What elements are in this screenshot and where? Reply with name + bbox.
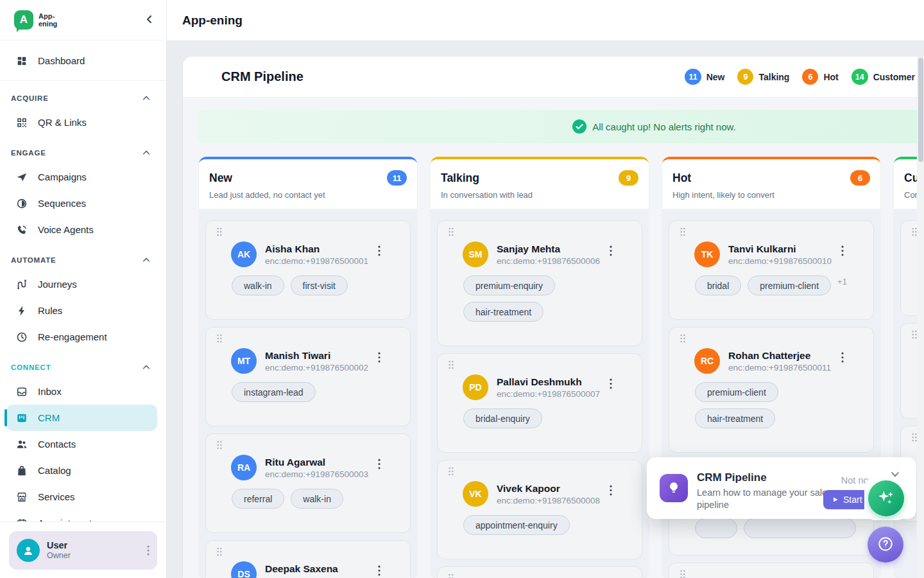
- tag-list: premium-clienthair-treatment: [695, 382, 864, 428]
- column-header: Talking9In conversation with lead: [431, 159, 649, 209]
- lead-card[interactable]: SMSanjay Mehtaenc:demo:+919876500006prem…: [437, 220, 642, 346]
- lead-identity: Aisha Khanenc:demo:+919876500001: [265, 243, 368, 266]
- lead-name: Sanjay Mehta: [497, 243, 600, 255]
- avatar: RC: [694, 348, 720, 374]
- user-menu-kebab-icon[interactable]: [144, 543, 152, 558]
- drag-handle-icon[interactable]: [448, 227, 454, 236]
- sidebar-item-label: Dashboard: [38, 55, 85, 66]
- avatar: AK: [231, 241, 257, 267]
- scrollbar-thumb[interactable]: [918, 58, 923, 162]
- kebab-menu-icon[interactable]: [377, 457, 382, 471]
- sidebar-item-appointments[interactable]: Appointments: [0, 510, 166, 521]
- sidebar-item-sequences[interactable]: Sequences: [0, 190, 166, 216]
- lead-card-main: PDPallavi Deshmukhenc:demo:+919876500007: [447, 374, 633, 400]
- sidebar-section-acquire[interactable]: ACQUIRE: [0, 87, 166, 109]
- tag-pill: premium-client: [748, 276, 831, 295]
- column-body: TKTanvi Kulkarnienc:demo:+919876500010br…: [662, 209, 880, 578]
- ai-assistant-fab[interactable]: [868, 480, 904, 516]
- drag-handle-icon[interactable]: [448, 467, 454, 476]
- lead-identity: Manish Tiwarienc:demo:+919876500002: [265, 350, 368, 372]
- tag-pill: premium-enquiry: [463, 276, 555, 295]
- lead-card-main: RCRohan Chatterjeeenc:demo:+919876500011: [678, 348, 864, 374]
- sidebar-item-inbox[interactable]: Inbox: [0, 378, 166, 405]
- kebab-menu-icon[interactable]: [377, 351, 382, 364]
- tag-list: appointment-enquiry: [463, 515, 633, 535]
- lead-card[interactable]: PDPallavi Deshmukhenc:demo:+919876500007…: [437, 353, 642, 453]
- lead-card[interactable]: TKTanvi Kulkarnienc:demo:+919876500010br…: [669, 220, 874, 320]
- avatar: RA: [231, 455, 257, 480]
- kebab-menu-icon[interactable]: [840, 244, 845, 258]
- lead-card[interactable]: NSNandini Shetty: [437, 566, 642, 578]
- lead-card[interactable]: DSDeepak Saxenaenc:demo:+919876500004: [205, 540, 411, 578]
- lightning-icon: [15, 304, 28, 317]
- user-info: User Owner: [47, 540, 71, 560]
- sidebar-section-connect[interactable]: CONNECT: [0, 356, 166, 378]
- drag-handle-icon[interactable]: [216, 547, 223, 556]
- lead-card[interactable]: RARitu Agarwalenc:demo:+919876500003refe…: [205, 434, 411, 533]
- clock-icon: [15, 331, 28, 344]
- sidebar-item-dashboard[interactable]: Dashboard: [0, 48, 166, 74]
- sidebar-item-rules[interactable]: Rules: [0, 297, 166, 324]
- avatar: DS: [231, 561, 257, 578]
- chevron-up-icon: [142, 256, 151, 265]
- kebab-menu-icon[interactable]: [608, 244, 613, 258]
- drag-handle-icon[interactable]: [680, 570, 686, 578]
- lead-card[interactable]: VKVivek Kapoorenc:demo:+919876500008appo…: [437, 460, 642, 559]
- drag-handle-icon[interactable]: [680, 227, 686, 236]
- stage-count: 11: [685, 69, 701, 85]
- sidebar-section-engage[interactable]: ENGAGE: [0, 142, 166, 164]
- drag-handle-icon[interactable]: [216, 441, 223, 450]
- sidebar-logo-row: A App- ening: [0, 0, 166, 40]
- tag-pill: bridal-enquiry: [463, 408, 542, 428]
- sidebar-item-journeys[interactable]: Journeys: [0, 271, 166, 297]
- stage-count: 14: [851, 69, 868, 85]
- tag-list: bridal-enquiry: [463, 408, 633, 428]
- drag-handle-icon[interactable]: [216, 334, 223, 343]
- help-fab[interactable]: [868, 527, 903, 563]
- lead-card[interactable]: AKAisha Khanenc:demo:+919876500001walk-i…: [205, 220, 411, 320]
- kebab-menu-icon[interactable]: [608, 377, 613, 390]
- page-title: App-ening: [182, 13, 243, 28]
- lead-card[interactable]: MTManish Tiwarienc:demo:+919876500002ins…: [205, 327, 411, 426]
- kebab-menu-icon[interactable]: [840, 351, 845, 364]
- tag-pill: instagram-lead: [232, 382, 316, 402]
- sidebar-item-campaigns[interactable]: Campaigns: [0, 164, 166, 190]
- tag-list: instagram-lead: [232, 382, 401, 402]
- sidebar-item-re-engagement[interactable]: Re-engagement: [0, 324, 166, 350]
- lead-card[interactable]: RCRohan Chatterjeeenc:demo:+919876500011…: [669, 327, 874, 453]
- sidebar-item-crm[interactable]: CRM: [6, 405, 157, 431]
- stage-badge-customer: 14Customer: [851, 69, 915, 85]
- sparkles-icon: [877, 488, 896, 509]
- sidebar-item-qr-links[interactable]: QR & Links: [0, 109, 166, 136]
- user-card[interactable]: User Owner: [9, 531, 157, 570]
- topbar: App-ening: [167, 0, 924, 41]
- chevron-up-icon: [142, 363, 151, 372]
- lead-identity: Ritu Agarwalenc:demo:+919876500003: [265, 457, 368, 479]
- lead-identity: Deepak Saxenaenc:demo:+919876500004: [265, 563, 368, 578]
- lead-card[interactable]: AKAmit Kumar: [669, 563, 874, 578]
- section-label: ACQUIRE: [11, 94, 49, 102]
- sidebar-item-label: Inbox: [38, 386, 62, 397]
- vertical-scrollbar[interactable]: [917, 57, 924, 578]
- sidebar-item-voice-agents[interactable]: Voice Agents: [0, 216, 166, 243]
- drag-handle-icon[interactable]: [448, 360, 454, 369]
- sidebar-collapse-button[interactable]: [144, 14, 155, 26]
- sidebar-item-catalog[interactable]: Catalog: [0, 457, 166, 484]
- popup-description: Learn how to manage your sales pipeline: [697, 487, 835, 511]
- sidebar-item-services[interactable]: Services: [0, 484, 166, 510]
- drag-handle-icon[interactable]: [680, 334, 686, 343]
- sidebar-section-automate[interactable]: AUTOMATE: [0, 249, 166, 271]
- section-label: AUTOMATE: [11, 256, 56, 264]
- kebab-menu-icon[interactable]: [608, 484, 613, 497]
- voice-call-icon: [15, 223, 28, 236]
- kebab-menu-icon[interactable]: [377, 244, 382, 258]
- sidebar-item-contacts[interactable]: Contacts: [0, 431, 166, 457]
- drag-handle-icon[interactable]: [216, 227, 223, 236]
- sidebar-item-label: QR & Links: [38, 117, 87, 128]
- lead-phone: enc:demo:+919876500004: [265, 576, 368, 578]
- kebab-menu-icon[interactable]: [377, 564, 382, 577]
- drag-handle-icon[interactable]: [448, 574, 454, 578]
- sidebar-item-label: Rules: [38, 305, 62, 316]
- sidebar: A App- ening DashboardACQUIREQR & LinksE…: [0, 0, 167, 578]
- dashboard-icon: [15, 55, 28, 67]
